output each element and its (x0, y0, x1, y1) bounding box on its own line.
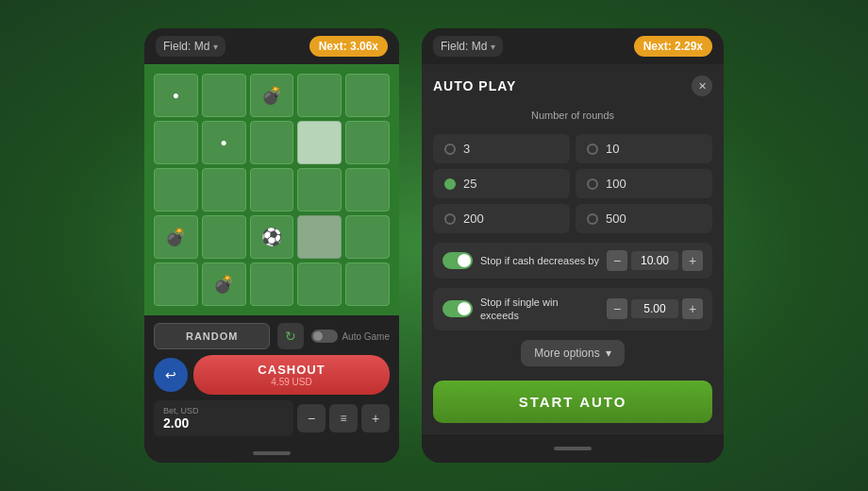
cell-3-0[interactable]: 💣 (154, 215, 198, 259)
action-row: ↩ CASHOUT 4.59 USD (154, 355, 390, 395)
cell-4-2[interactable] (250, 262, 294, 306)
panel-title: AUTO PLAY (433, 78, 516, 93)
stack-button[interactable]: ≡ (329, 404, 358, 432)
round-option-3[interactable]: 3 (433, 134, 570, 163)
cell-4-0[interactable] (154, 262, 198, 306)
round-value-500: 500 (606, 212, 626, 226)
option1-label: Stop if cash decreases by (480, 254, 599, 267)
cashout-button[interactable]: CASHOUT 4.59 USD (193, 355, 390, 395)
radio-100 (587, 178, 598, 190)
cell-2-2[interactable] (250, 168, 294, 212)
rounds-section-label: Number of rounds (433, 110, 712, 121)
round-value-10: 10 (606, 142, 619, 156)
cell-0-1[interactable] (202, 74, 246, 117)
background: Field: Md ▾ Next: 3.06x 💣 (0, 0, 868, 491)
cell-4-4[interactable] (345, 262, 390, 306)
cell-4-1[interactable]: 💣 (202, 262, 246, 306)
radio-10 (587, 144, 598, 155)
option1-value-control: − 10.00 + (607, 250, 703, 271)
option2-increase[interactable]: + (682, 298, 703, 319)
auto-game-label: Auto Game (342, 331, 390, 342)
cell-3-2[interactable]: ⚽ (250, 215, 294, 259)
right-bottom-bar (422, 434, 724, 463)
option1-increase[interactable]: + (682, 250, 703, 271)
controls-row-1: RANDOM ↻ Auto Game (154, 323, 390, 349)
more-options-chevron: ▾ (606, 347, 611, 360)
left-bottom-controls: RANDOM ↻ Auto Game ↩ CASHOUT 4.59 USD Be… (144, 315, 399, 444)
right-field-chevron: ▾ (491, 42, 495, 52)
right-field-selector[interactable]: Field: Md ▾ (433, 36, 503, 57)
random-button[interactable]: RANDOM (154, 323, 270, 349)
right-field-label: Field: Md (441, 40, 487, 53)
bet-label-area: Bet, USD 2.00 (154, 400, 293, 436)
left-field-label: Field: Md (163, 40, 209, 53)
cell-1-0[interactable] (154, 121, 198, 164)
left-field-chevron: ▾ (213, 42, 218, 52)
option2-decrease[interactable]: − (607, 298, 627, 319)
option2-label: Stop if single win exceeds (480, 296, 599, 323)
panel-header: AUTO PLAY ✕ (433, 76, 712, 96)
round-value-25: 25 (463, 177, 476, 191)
option2-value-control: − 5.00 + (607, 298, 703, 319)
autoplay-panel: AUTO PLAY ✕ Number of rounds 3 10 25 (422, 64, 724, 434)
radio-200 (444, 213, 456, 225)
left-bottom-indicator (253, 451, 291, 455)
cell-3-3[interactable] (297, 215, 342, 259)
start-auto-label: START AUTO (446, 394, 699, 410)
cell-1-1[interactable] (202, 121, 246, 164)
left-game-area: 💣 💣 ⚽ (144, 64, 399, 315)
cell-0-4[interactable] (345, 74, 390, 117)
option1-toggle[interactable] (442, 252, 473, 269)
option2-toggle[interactable] (442, 300, 473, 317)
round-option-100[interactable]: 100 (576, 169, 712, 198)
left-field-selector[interactable]: Field: Md ▾ (156, 36, 225, 57)
cell-1-2[interactable] (250, 121, 294, 164)
cell-3-1[interactable] (202, 215, 246, 259)
left-next-badge: Next: 3.06x (309, 36, 388, 57)
more-options-label: More options (534, 347, 599, 360)
radio-3 (444, 144, 456, 155)
cell-2-1[interactable] (202, 168, 246, 212)
right-top-bar: Field: Md ▾ Next: 2.29x (422, 28, 724, 64)
bet-increase-button[interactable]: + (361, 404, 390, 432)
left-bottom-bar (144, 444, 399, 463)
cell-1-3[interactable] (297, 121, 342, 164)
more-options-button[interactable]: More options ▾ (521, 340, 624, 366)
round-option-500[interactable]: 500 (576, 204, 712, 233)
auto-game-toggle[interactable] (311, 330, 338, 343)
cell-0-2[interactable]: 💣 (250, 74, 294, 117)
left-phone: Field: Md ▾ Next: 3.06x 💣 (144, 28, 399, 463)
right-phone: Field: Md ▾ Next: 2.29x AUTO PLAY ✕ Numb… (422, 28, 724, 463)
cashout-label: CASHOUT (201, 363, 382, 377)
back-button[interactable]: ↩ (154, 358, 188, 392)
round-option-200[interactable]: 200 (433, 204, 570, 233)
round-option-25[interactable]: 25 (433, 169, 570, 198)
option1-value: 10.00 (631, 251, 678, 270)
left-top-bar: Field: Md ▾ Next: 3.06x (144, 28, 399, 64)
cell-0-3[interactable] (297, 74, 342, 117)
cell-0-0[interactable] (154, 74, 198, 117)
round-value-3: 3 (463, 142, 470, 156)
cell-2-3[interactable] (297, 168, 342, 212)
cell-2-0[interactable] (154, 168, 198, 212)
cashout-sub: 4.59 USD (201, 377, 382, 387)
cell-4-3[interactable] (297, 262, 342, 306)
refresh-icon[interactable]: ↻ (277, 323, 304, 349)
cell-1-4[interactable] (345, 121, 390, 164)
close-button[interactable]: ✕ (692, 76, 712, 96)
start-auto-button[interactable]: START AUTO (433, 381, 712, 423)
cell-3-4[interactable] (345, 215, 390, 259)
bet-row: Bet, USD 2.00 − ≡ + (154, 400, 390, 436)
round-option-10[interactable]: 10 (576, 134, 712, 163)
right-bottom-indicator (554, 447, 592, 450)
rounds-grid: 3 10 25 100 200 (433, 134, 712, 233)
option1-decrease[interactable]: − (607, 250, 627, 271)
round-value-100: 100 (606, 177, 626, 191)
bet-value: 2.00 (163, 415, 284, 431)
cell-2-4[interactable] (345, 168, 390, 212)
bet-usd-label: Bet, USD (163, 406, 284, 415)
auto-toggle-area: Auto Game (311, 330, 390, 343)
option2-value: 5.00 (631, 299, 678, 318)
bet-decrease-button[interactable]: − (297, 404, 326, 432)
option-row-1: Stop if cash decreases by − 10.00 + (433, 243, 712, 279)
